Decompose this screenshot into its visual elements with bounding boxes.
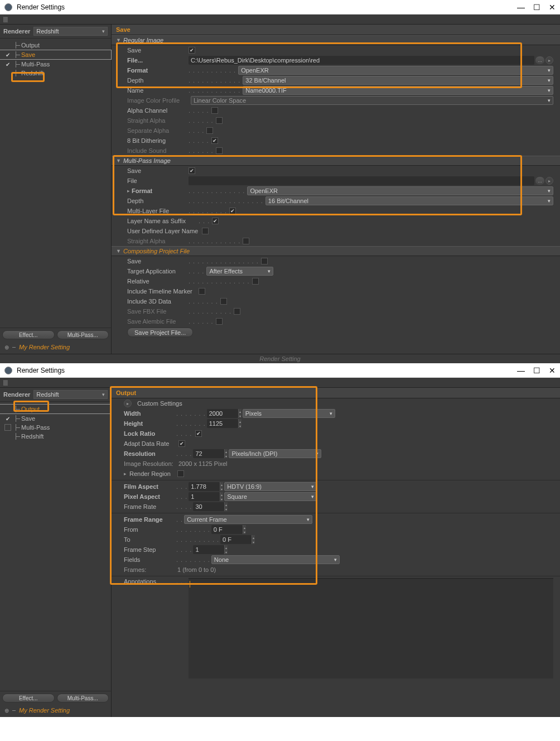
format-select[interactable]: OpenEXR	[238, 66, 553, 75]
mp-depth-select[interactable]: 16 Bit/Channel	[265, 196, 553, 205]
adapt-checkbox[interactable]: ✔	[178, 440, 185, 447]
mp-save-checkbox[interactable]: ✔	[189, 167, 195, 174]
film-aspect-select[interactable]: HDTV (16:9)	[224, 482, 317, 491]
close-button[interactable]: ✕	[549, 367, 556, 374]
relative-checkbox[interactable]	[252, 278, 259, 285]
app-icon	[4, 3, 12, 11]
depth-select[interactable]: 32 Bit/Channel	[243, 76, 553, 85]
mlf-checkbox[interactable]: ✔	[229, 208, 236, 214]
toolbar-2	[0, 378, 560, 388]
renderer-dropdown[interactable]: Redshift	[33, 27, 108, 36]
detail-header-2: Output	[112, 388, 560, 398]
toolbar	[0, 15, 560, 25]
height-input[interactable]	[207, 419, 238, 428]
sound-checkbox[interactable]	[216, 147, 223, 154]
nav-output[interactable]: Output	[0, 41, 111, 50]
minimize-button[interactable]: —	[518, 4, 524, 11]
reg-save-checkbox[interactable]: ✔	[189, 47, 195, 54]
multipass-button[interactable]: Multi-Pass...	[57, 694, 109, 702]
annotations-input[interactable]	[189, 578, 553, 679]
lock-ratio-checkbox[interactable]: ✔	[195, 430, 202, 437]
sidebar: Renderer Redshift Output ✔ Save ✔ Multi-…	[0, 25, 112, 354]
fbx-checkbox[interactable]	[234, 308, 240, 315]
separate-alpha-checkbox[interactable]	[206, 127, 213, 134]
minimize-button[interactable]: —	[518, 367, 524, 374]
dither-checkbox[interactable]: ✔	[211, 137, 218, 144]
section-compositing[interactable]: ▼Compositing Project File	[112, 246, 560, 256]
inc3d-checkbox[interactable]	[220, 298, 227, 305]
film-aspect-input[interactable]	[189, 482, 220, 491]
file-browse-button[interactable]: …	[535, 56, 544, 64]
sidebar-2: Renderer Redshift Output ✔ Save Multi-Pa…	[0, 388, 112, 717]
app-icon	[4, 367, 12, 374]
nav-redshift[interactable]: Redshift	[0, 69, 111, 78]
nav-save[interactable]: ✔ Save	[0, 50, 111, 59]
nav-output-2[interactable]: Output	[0, 405, 111, 413]
renderer-dropdown[interactable]: Redshift	[33, 390, 108, 399]
target-app-select[interactable]: After Effects	[206, 267, 273, 276]
width-unit-select[interactable]: Pixels	[243, 409, 335, 418]
alembic-checkbox[interactable]	[216, 318, 223, 325]
multipass-button[interactable]: Multi-Pass...	[57, 330, 109, 339]
mp-file-menu-button[interactable]: ▸	[545, 177, 553, 185]
renderer-label: Renderer	[3, 391, 30, 398]
nav-redshift-2[interactable]: Redshift	[0, 432, 111, 441]
alpha-checkbox[interactable]	[211, 107, 218, 114]
icp-select[interactable]: Linear Color Space	[191, 96, 553, 105]
mp-format-select[interactable]: OpenEXR	[247, 186, 553, 195]
settings-target-icon: ⊕	[4, 708, 9, 714]
nav-save-2[interactable]: ✔ Save	[0, 414, 111, 423]
file-input[interactable]	[189, 56, 534, 65]
resolution-input[interactable]	[193, 449, 224, 458]
render-region-checkbox[interactable]	[177, 470, 184, 477]
renderer-label: Renderer	[3, 28, 30, 35]
comp-save-checkbox[interactable]	[261, 258, 268, 264]
lns-checkbox[interactable]: ✔	[212, 218, 219, 224]
save-project-button[interactable]: Save Project File...	[127, 328, 193, 337]
fields-select[interactable]: None	[211, 555, 340, 564]
name-select[interactable]: Name0000.TIF	[243, 86, 553, 95]
preset-menu-button[interactable]: ▸	[124, 400, 132, 407]
detail-panel: Save ▼Regular Image Save ✔ File... … ▸ F…	[112, 25, 560, 354]
mp-straight-checkbox[interactable]	[243, 238, 249, 244]
frames-value: 1 (from 0 to 0)	[177, 566, 216, 573]
nav-multipass-2[interactable]: Multi-Pass	[0, 423, 111, 432]
titlebar[interactable]: Render Settings — ☐ ✕	[0, 0, 560, 15]
file-menu-button[interactable]: ▸	[545, 56, 553, 64]
straight-alpha-checkbox[interactable]	[216, 117, 223, 124]
tlm-checkbox[interactable]	[199, 288, 205, 295]
effect-button[interactable]: Effect...	[2, 330, 55, 339]
detail-header: Save	[112, 25, 560, 35]
to-input[interactable]	[220, 535, 252, 544]
from-input[interactable]	[211, 525, 243, 534]
custom-settings-label: Custom Settings	[137, 400, 182, 407]
section-multipass-image[interactable]: ▼Multi-Pass Image	[112, 156, 560, 166]
maximize-button[interactable]: ☐	[533, 367, 540, 374]
file-button[interactable]: File...	[127, 57, 189, 64]
resolution-unit-select[interactable]: Pixels/Inch (DPI)	[229, 449, 321, 458]
window-title-2: Render Settings	[17, 367, 518, 374]
close-button[interactable]: ✕	[549, 4, 556, 11]
frame-step-input[interactable]	[193, 545, 224, 554]
titlebar-2[interactable]: Render Settings — ☐ ✕	[0, 363, 560, 378]
frame-range-select[interactable]: Current Frame	[184, 515, 312, 524]
pixel-aspect-select[interactable]: Square	[224, 492, 317, 501]
maximize-button[interactable]: ☐	[533, 4, 540, 11]
render-setting-menu[interactable]: Render Setting	[0, 354, 560, 363]
effect-button[interactable]: Effect...	[2, 694, 55, 702]
frame-rate-input[interactable]	[193, 502, 224, 511]
window-title: Render Settings	[17, 3, 518, 11]
image-resolution-value: 2000 x 1125 Pixel	[178, 460, 227, 467]
nav-multipass[interactable]: ✔ Multi-Pass	[0, 60, 111, 69]
width-input[interactable]	[207, 409, 238, 418]
my-render-setting[interactable]: My Render Setting	[19, 344, 70, 350]
my-render-setting[interactable]: My Render Setting	[19, 707, 70, 714]
mp-file-browse-button[interactable]: …	[535, 177, 544, 185]
section-regular-image[interactable]: ▼Regular Image	[112, 35, 560, 45]
window-1: Render Settings — ☐ ✕ Renderer Redshift …	[0, 0, 560, 363]
detail-panel-2: Output ▸ Custom Settings Width. . . . . …	[112, 388, 560, 717]
mp-file-input[interactable]	[189, 176, 534, 185]
window-2: Render Settings — ☐ ✕ Renderer Redshift …	[0, 363, 560, 717]
pixel-aspect-input[interactable]	[189, 492, 220, 501]
udln-checkbox[interactable]	[202, 228, 209, 234]
